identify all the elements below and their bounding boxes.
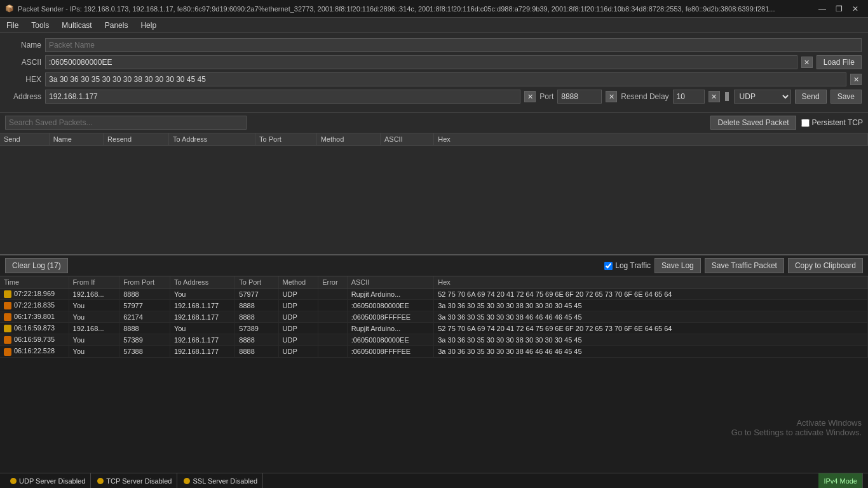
persistent-tcp-checkbox[interactable] <box>801 119 810 127</box>
delete-saved-button[interactable]: Delete Saved Packet <box>710 116 796 130</box>
log-col-hex[interactable]: Hex <box>434 276 868 288</box>
log-cell-from-if: You <box>69 300 119 311</box>
log-col-from-if[interactable]: From If <box>69 276 119 288</box>
log-cell-to-address: 192.168.1.177 <box>170 334 234 346</box>
saved-packets-table: Send Name Resend To Address To Port Meth… <box>0 133 868 146</box>
log-col-to-port[interactable]: To Port <box>235 276 278 288</box>
address-clear-button[interactable]: ✕ <box>524 91 536 102</box>
titlebar: 📦 Packet Sender - IPs: 192.168.0.173, 19… <box>0 0 868 18</box>
log-cell-time: 06:16:59.873 <box>0 323 69 334</box>
persistent-tcp-container: Persistent TCP <box>801 118 863 127</box>
log-table-row[interactable]: 06:17:39.801 You 62174 192.168.1.177 888… <box>0 311 868 323</box>
log-cell-to-port: 8888 <box>235 334 278 346</box>
log-col-ascii[interactable]: ASCII <box>347 276 434 288</box>
log-cell-to-port: 8888 <box>235 300 278 311</box>
log-cell-to-address: You <box>170 323 234 334</box>
log-cell-time: 07:22:18.969 <box>0 288 69 300</box>
saved-packets-section: Delete Saved Packet Persistent TCP Send … <box>0 112 868 255</box>
saved-col-resend: Resend <box>104 133 169 146</box>
log-cell-method: UDP <box>278 323 318 334</box>
row-direction-icon <box>4 302 11 309</box>
close-button[interactable]: ✕ <box>848 3 863 15</box>
copy-to-clipboard-button[interactable]: Copy to Clipboard <box>788 258 863 273</box>
log-traffic-container: Log Traffic <box>604 261 651 270</box>
ipv4-mode-status: IPv4 Mode <box>818 473 863 488</box>
menu-tools[interactable]: Tools <box>25 18 55 32</box>
log-cell-from-port: 8888 <box>119 323 170 334</box>
log-cell-error <box>318 300 348 311</box>
address-input[interactable] <box>45 90 520 104</box>
menu-multicast[interactable]: Multicast <box>55 18 98 32</box>
menu-panels[interactable]: Panels <box>98 18 135 32</box>
name-input[interactable] <box>45 38 862 52</box>
log-table-row[interactable]: 07:22:18.835 You 57977 192.168.1.177 888… <box>0 300 868 311</box>
log-table-row[interactable]: 06:16:22.528 You 57388 192.168.1.177 888… <box>0 346 868 357</box>
address-label: Address <box>6 92 41 101</box>
log-cell-to-port: 8888 <box>235 311 278 323</box>
port-clear-button[interactable]: ✕ <box>606 91 617 102</box>
row-direction-icon <box>4 336 11 344</box>
log-cell-hex: 3a 30 36 30 35 30 30 30 38 46 46 46 46 4… <box>434 346 868 357</box>
log-cell-from-if: You <box>69 334 119 346</box>
log-col-time[interactable]: Time <box>0 276 69 288</box>
log-cell-from-port: 57389 <box>119 334 170 346</box>
log-table-row[interactable]: 06:16:59.735 You 57389 192.168.1.177 888… <box>0 334 868 346</box>
ascii-clear-button[interactable]: ✕ <box>801 57 813 68</box>
ascii-input[interactable] <box>45 55 797 69</box>
log-cell-method: UDP <box>278 300 318 311</box>
maximize-button[interactable]: ❐ <box>831 3 846 15</box>
titlebar-controls: — ❐ ✕ <box>815 3 863 15</box>
log-cell-from-if: You <box>69 311 119 323</box>
log-traffic-checkbox[interactable] <box>604 262 613 270</box>
log-cell-error <box>318 334 348 346</box>
log-col-to-address[interactable]: To Address <box>170 276 234 288</box>
log-col-from-port[interactable]: From Port <box>119 276 170 288</box>
log-cell-error <box>318 323 348 334</box>
ascii-label: ASCII <box>6 58 41 67</box>
log-cell-ascii: :060500080000EE <box>347 334 434 346</box>
log-cell-time: 07:22:18.835 <box>0 300 69 311</box>
log-cell-ascii: :06050008FFFFEE <box>347 311 434 323</box>
hex-label: HEX <box>6 75 41 84</box>
port-input[interactable] <box>557 90 602 104</box>
saved-col-to-address: To Address <box>168 133 255 146</box>
ssl-status-label: SSL Server Disabled <box>193 477 257 485</box>
save-log-button[interactable]: Save Log <box>654 258 701 273</box>
log-cell-time: 06:16:22.528 <box>0 346 69 357</box>
saved-col-hex: Hex <box>434 133 868 146</box>
log-cell-from-if: 192.168... <box>69 288 119 300</box>
log-cell-error <box>318 311 348 323</box>
hex-clear-button[interactable]: ✕ <box>850 74 862 85</box>
log-cell-from-if: 192.168... <box>69 323 119 334</box>
udp-status-dot <box>10 478 17 484</box>
row-direction-icon <box>4 348 11 356</box>
resend-input[interactable] <box>673 90 705 104</box>
search-saved-input[interactable] <box>5 116 247 130</box>
load-file-button[interactable]: Load File <box>817 55 862 69</box>
tcp-status-label: TCP Server Disabled <box>106 477 172 485</box>
menu-help[interactable]: Help <box>134 18 163 32</box>
log-cell-hex: 3a 30 36 30 35 30 30 30 38 30 30 30 30 4… <box>434 334 868 346</box>
log-col-method[interactable]: Method <box>278 276 318 288</box>
protocol-select[interactable]: UDP TCP SSL <box>734 90 791 104</box>
log-col-error[interactable]: Error <box>318 276 348 288</box>
log-cell-error <box>318 346 348 357</box>
saved-col-method: Method <box>316 133 380 146</box>
save-traffic-packet-button[interactable]: Save Traffic Packet <box>705 258 784 273</box>
log-cell-from-port: 57977 <box>119 300 170 311</box>
save-button[interactable]: Save <box>831 90 862 104</box>
log-table-row[interactable]: 07:22:18.969 192.168... 8888 You 57977 U… <box>0 288 868 300</box>
menu-file[interactable]: File <box>0 18 25 32</box>
resend-clear-button[interactable]: ✕ <box>709 91 720 102</box>
log-cell-hex: 3a 30 36 30 35 30 30 30 38 30 30 30 30 4… <box>434 300 868 311</box>
log-table-row[interactable]: 06:16:59.873 192.168... 8888 You 57389 U… <box>0 323 868 334</box>
send-button[interactable]: Send <box>795 90 827 104</box>
udp-server-status: UDP Server Disabled <box>5 473 91 488</box>
clear-log-button[interactable]: Clear Log (17) <box>5 258 68 273</box>
hex-input[interactable] <box>45 72 846 86</box>
log-table-container[interactable]: Time From If From Port To Address To Por… <box>0 276 868 473</box>
minimize-button[interactable]: — <box>815 3 830 15</box>
main-content: Name ASCII ✕ Load File HEX ✕ Address ✕ P… <box>0 33 868 473</box>
log-cell-to-port: 57977 <box>235 288 278 300</box>
saved-col-send: Send <box>0 133 49 146</box>
